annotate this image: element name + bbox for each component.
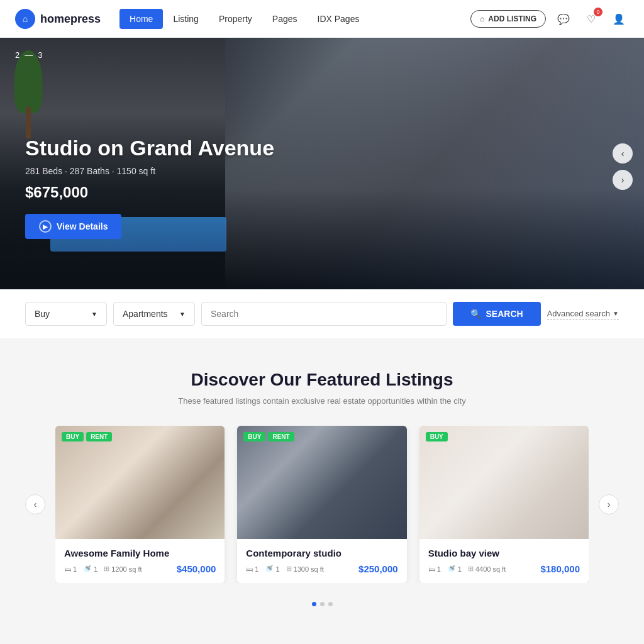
pagination-dots (25, 602, 619, 606)
badge-buy-2: BUY (243, 432, 265, 441)
property-type-select[interactable]: Apartments ▼ (113, 302, 195, 326)
baths-value-1: 1 (94, 565, 97, 573)
dot-1[interactable] (312, 602, 316, 606)
nav-item-property[interactable]: Property (209, 9, 262, 29)
advanced-chevron-icon: ▼ (613, 310, 619, 317)
bath-icon-2: 🚿 (265, 565, 274, 573)
listing-photo-2 (237, 426, 406, 539)
bath-icon-1: 🚿 (83, 565, 92, 573)
listings-next-button[interactable]: › (599, 494, 619, 514)
dot-2[interactable] (320, 602, 325, 606)
area-icon-2: ⊞ (286, 565, 292, 573)
baths-meta-2: 🚿 1 (265, 565, 279, 573)
listing-image-1: BUY RENT (55, 426, 225, 539)
search-input[interactable] (201, 302, 447, 326)
messages-icon: 💬 (557, 13, 570, 25)
hero-title: Studio on Grand Avenue (25, 135, 274, 161)
listing-photo-1 (55, 426, 225, 539)
listing-name-1: Awesome Family Home (64, 548, 216, 558)
sqft-meta-2: ⊞ 1300 sq ft (286, 565, 324, 573)
area-icon-3: ⊞ (468, 565, 474, 573)
bed-icon-1: 🛏 (64, 565, 71, 573)
search-button-label: SEARCH (486, 309, 523, 319)
beds-value-2: 1 (255, 565, 258, 573)
bed-icon-3: 🛏 (428, 565, 435, 573)
favorites-button[interactable]: ♡ 0 (581, 9, 601, 29)
price-1: $450,000 (177, 564, 216, 574)
sqft-meta-1: ⊞ 1200 sq ft (104, 565, 142, 573)
listing-image-2: BUY RENT (237, 426, 406, 539)
hero-tree-decoration (13, 50, 44, 138)
hero-prev-button[interactable]: ‹ (613, 143, 633, 164)
messages-button[interactable]: 💬 (553, 9, 574, 29)
advanced-search-button[interactable]: Advanced search ▼ (547, 309, 619, 319)
featured-section: Discover Our Featured Listings These fea… (0, 338, 644, 644)
header: ⌂ homepress Home Listing Property Pages … (0, 0, 644, 38)
search-button[interactable]: 🔍 SEARCH (453, 302, 541, 326)
badge-rent-2: RENT (268, 432, 294, 441)
main-nav: Home Listing Property Pages IDX Pages (119, 9, 470, 29)
hero-subtitle: 281 Beds · 287 Baths · 1150 sq ft (25, 166, 274, 176)
featured-title: Discover Our Featured Listings (25, 370, 619, 390)
price-2: $250,000 (358, 564, 398, 574)
buy-chevron-icon: ▼ (91, 311, 97, 318)
logo-icon: ⌂ (15, 9, 35, 29)
listing-badges-3: BUY (426, 432, 448, 441)
advanced-search-label: Advanced search (547, 309, 610, 318)
listing-body-1: Awesome Family Home 🛏 1 🚿 1 ⊞ 1200 sq (55, 539, 225, 583)
featured-header: Discover Our Featured Listings These fea… (25, 370, 619, 406)
logo[interactable]: ⌂ homepress (15, 9, 101, 29)
nav-item-listing[interactable]: Listing (163, 9, 208, 29)
header-actions: ⌂ ADD LISTING 💬 ♡ 0 👤 (470, 9, 629, 29)
badge-rent-1: RENT (86, 432, 112, 441)
hero-price: $675,000 (25, 184, 274, 201)
slide-separator: — (25, 50, 33, 60)
bath-icon-3: 🚿 (447, 565, 456, 573)
beds-meta-3: 🛏 1 (428, 565, 441, 573)
listings-prev-button[interactable]: ‹ (25, 494, 45, 514)
listing-name-3: Studio bay view (428, 548, 580, 558)
listing-card-3[interactable]: BUY Studio bay view 🛏 1 🚿 1 (419, 426, 589, 583)
add-listing-icon: ⌂ (480, 14, 484, 23)
user-button[interactable]: 👤 (609, 9, 629, 29)
hero-next-button[interactable]: › (613, 170, 633, 190)
listings-grid: BUY RENT Awesome Family Home 🛏 1 🚿 1 (55, 426, 589, 583)
play-icon: ▶ (39, 220, 52, 233)
view-details-label: View Details (57, 221, 108, 231)
nav-item-home[interactable]: Home (119, 9, 163, 29)
baths-meta-3: 🚿 1 (447, 565, 462, 573)
logo-text: homepress (40, 13, 101, 26)
view-details-button[interactable]: ▶ View Details (25, 214, 121, 239)
nav-item-pages[interactable]: Pages (262, 9, 308, 29)
baths-meta-1: 🚿 1 (83, 565, 97, 573)
slide-current: 2 (15, 50, 19, 60)
search-icon: 🔍 (470, 309, 481, 319)
user-icon: 👤 (613, 13, 625, 25)
add-listing-button[interactable]: ⌂ ADD LISTING (470, 10, 546, 28)
listing-badges-2: BUY RENT (243, 432, 294, 441)
hero-section: 2 — 3 Studio on Grand Avenue 281 Beds · … (0, 38, 644, 289)
search-section: Buy ▼ Apartments ▼ 🔍 SEARCH Advanced sea… (0, 289, 644, 338)
listing-photo-3 (419, 426, 589, 539)
nav-item-idx[interactable]: IDX Pages (308, 9, 370, 29)
dot-3[interactable] (328, 602, 333, 606)
slide-total: 3 (38, 50, 42, 60)
buy-select[interactable]: Buy ▼ (25, 302, 107, 326)
price-3: $180,000 (540, 564, 580, 574)
beds-meta-1: 🛏 1 (64, 565, 77, 573)
bed-icon-2: 🛏 (246, 565, 253, 573)
add-listing-label: ADD LISTING (488, 14, 536, 23)
favorites-badge: 0 (594, 8, 602, 16)
listings-wrapper: ‹ BUY RENT Awesome Family Home 🛏 (25, 426, 619, 583)
listing-image-3: BUY (419, 426, 589, 539)
sqft-value-2: 1300 sq ft (294, 565, 324, 573)
property-type-chevron-icon: ▼ (179, 311, 186, 318)
slide-indicators: 2 — 3 (15, 50, 42, 60)
sqft-value-3: 4400 sq ft (475, 565, 506, 573)
listing-card-2[interactable]: BUY RENT Contemporary studio 🛏 1 🚿 1 (237, 426, 406, 583)
listing-name-2: Contemporary studio (246, 548, 397, 558)
hero-content: Studio on Grand Avenue 281 Beds · 287 Ba… (25, 135, 274, 239)
listing-badges-1: BUY RENT (62, 432, 112, 441)
listing-card-1[interactable]: BUY RENT Awesome Family Home 🛏 1 🚿 1 (55, 426, 225, 583)
sqft-meta-3: ⊞ 4400 sq ft (468, 565, 506, 573)
